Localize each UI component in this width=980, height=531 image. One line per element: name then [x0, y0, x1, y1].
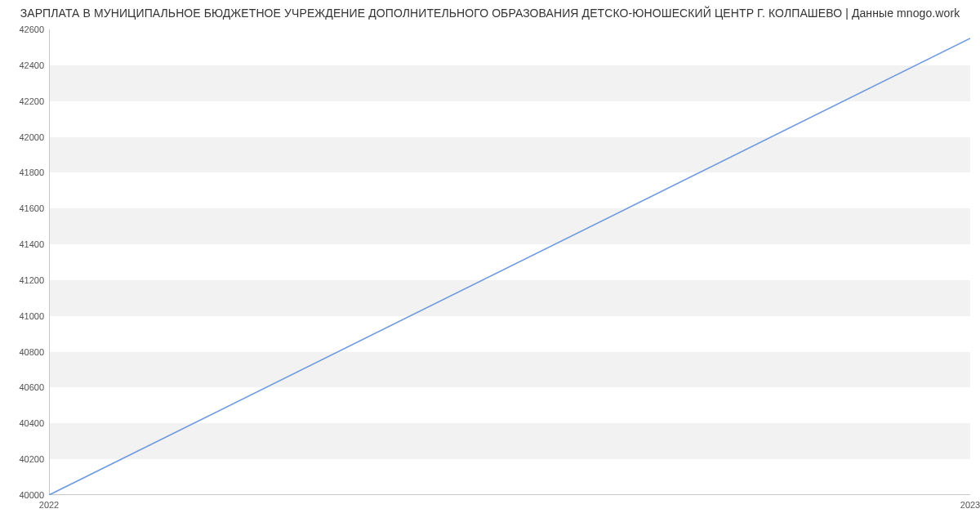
line-layer	[49, 29, 970, 495]
y-tick-label: 42200	[19, 96, 44, 106]
x-tick-label: 2022	[39, 500, 59, 510]
y-tick-label: 40400	[19, 418, 44, 428]
y-tick-label: 41000	[19, 311, 44, 321]
y-tick-label: 40600	[19, 382, 44, 392]
series-line	[49, 38, 970, 495]
chart-container: ЗАРПЛАТА В МУНИЦИПАЛЬНОЕ БЮДЖЕТНОЕ УЧРЕЖ…	[0, 0, 980, 531]
y-tick-label: 41600	[19, 203, 44, 213]
plot-area: 4000040200404004060040800410004120041400…	[49, 29, 970, 495]
y-tick-label: 42000	[19, 132, 44, 142]
y-tick-label: 40800	[19, 347, 44, 357]
y-tick-label: 42400	[19, 60, 44, 70]
y-tick-label: 41800	[19, 167, 44, 177]
chart-title: ЗАРПЛАТА В МУНИЦИПАЛЬНОЕ БЮДЖЕТНОЕ УЧРЕЖ…	[0, 7, 980, 20]
y-tick-label: 41200	[19, 275, 44, 285]
y-tick-label: 42600	[19, 25, 44, 34]
y-tick-label: 40200	[19, 454, 44, 464]
y-tick-label: 40000	[19, 490, 44, 500]
x-tick-label: 2023	[960, 500, 980, 510]
y-tick-label: 41400	[19, 239, 44, 249]
